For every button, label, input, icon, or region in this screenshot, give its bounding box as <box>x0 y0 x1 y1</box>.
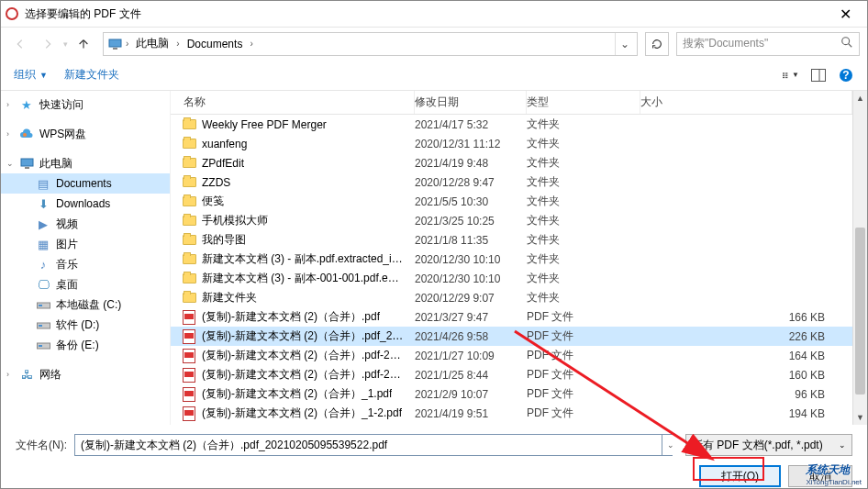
sidebar-item-network[interactable]: ›🖧网络 <box>1 364 170 384</box>
file-list[interactable]: Weekly Free PDF Merger2021/4/17 5:32文件夹x… <box>171 115 867 425</box>
file-row[interactable]: 我的导图2021/1/8 11:35文件夹 <box>171 230 867 250</box>
downloads-icon: ⬇ <box>36 196 50 211</box>
dropdown-icon[interactable]: ▼ <box>39 71 48 80</box>
file-date: 2021/2/9 10:07 <box>415 388 527 401</box>
file-type: 文件夹 <box>527 155 640 171</box>
file-row[interactable]: ZPdfEdit2021/4/19 9:48文件夹 <box>171 153 867 172</box>
watermark: 系统天地 XiTongTianDi.net <box>806 462 862 486</box>
file-row[interactable]: xuanfeng2020/12/31 11:12文件夹 <box>171 134 867 153</box>
file-filter-select[interactable]: 所有 PDF 文档(*.pdf, *.pdt)⌄ <box>685 434 852 456</box>
nav-up-button[interactable] <box>72 32 95 56</box>
sidebar-item-videos[interactable]: ▶视频 <box>1 214 170 234</box>
sidebar-item-music[interactable]: ♪音乐 <box>1 254 170 274</box>
search-input[interactable]: 搜索"Documents" <box>676 32 860 56</box>
file-date: 2021/3/27 9:47 <box>415 311 527 324</box>
sidebar-item-localc[interactable]: 本地磁盘 (C:) <box>1 295 170 315</box>
svg-rect-11 <box>812 69 826 81</box>
breadcrumb-folder[interactable]: Documents <box>184 38 247 50</box>
scroll-down-button[interactable]: ▼ <box>853 410 867 425</box>
scroll-thumb[interactable] <box>855 228 865 395</box>
svg-rect-8 <box>785 72 787 73</box>
organize-menu[interactable]: 组织 <box>14 67 36 83</box>
file-row[interactable]: 新建文本文档 (3) - 副本-001-001.pdf.e…2020/12/30… <box>171 269 867 288</box>
sidebar-item-backupe[interactable]: 备份 (E:) <box>1 335 170 355</box>
svg-rect-23 <box>39 345 42 347</box>
folder-icon <box>182 291 196 306</box>
column-type[interactable]: 类型 <box>527 91 640 114</box>
sidebar-item-pictures[interactable]: ▦图片 <box>1 234 170 254</box>
sidebar-item-quick[interactable]: ›★快速访问 <box>1 94 170 115</box>
open-button[interactable]: 打开(O) <box>699 465 781 487</box>
breadcrumb-dropdown[interactable]: ⌄ <box>615 33 633 55</box>
preview-pane-button[interactable] <box>810 67 827 83</box>
svg-rect-6 <box>783 74 785 75</box>
file-row[interactable]: (复制)-新建文本文档 (2)（合并）.pdf-2…2021/1/27 10:0… <box>171 346 867 365</box>
file-name: 我的导图 <box>202 232 246 248</box>
scrollbar-vertical[interactable]: ▲ ▼ <box>852 91 867 425</box>
scroll-up-button[interactable]: ▲ <box>853 91 867 106</box>
file-type: 文件夹 <box>527 271 640 286</box>
file-row[interactable]: 新建文本文档 (3) - 副本.pdf.extracted_i…2020/12/… <box>171 250 867 269</box>
folder-icon <box>182 117 196 132</box>
file-type: PDF 文件 <box>527 406 640 421</box>
drive-icon <box>36 317 50 332</box>
cloud-icon <box>19 127 34 141</box>
view-options-button[interactable]: ▼ <box>783 67 799 83</box>
file-row[interactable]: (复制)-新建文本文档 (2)（合并）.pdf-2…2021/1/25 8:44… <box>171 365 867 384</box>
file-date: 2021/4/17 5:32 <box>415 118 527 131</box>
column-size[interactable]: 大小 <box>640 91 852 114</box>
file-row[interactable]: (复制)-新建文本文档 (2)（合并）_1-2.pdf2021/4/19 9:5… <box>171 404 867 423</box>
file-name: 新建文件夹 <box>202 290 257 306</box>
breadcrumb-thispc[interactable]: 此电脑 <box>132 36 172 51</box>
file-row[interactable]: 手机模拟大师2021/3/25 10:25文件夹 <box>171 211 867 230</box>
sidebar-item-thispc[interactable]: ⌄此电脑 <box>1 153 170 173</box>
sidebar-item-downloads[interactable]: ⬇Downloads <box>1 194 170 214</box>
refresh-button[interactable] <box>645 32 669 56</box>
window-title: 选择要编辑的 PDF 文件 <box>25 6 827 22</box>
file-date: 2021/5/5 10:30 <box>415 195 527 208</box>
search-icon[interactable] <box>840 36 853 51</box>
sidebar-item-desktop[interactable]: 🖵桌面 <box>1 274 170 295</box>
file-row[interactable]: 便笺2021/5/5 10:30文件夹 <box>171 192 867 211</box>
file-row[interactable]: (复制)-新建文本文档 (2)（合并）.pdf_2…2021/4/26 9:58… <box>171 327 867 346</box>
search-placeholder: 搜索"Documents" <box>683 36 768 51</box>
nav-forward-button[interactable] <box>36 32 60 56</box>
pdf-icon <box>182 349 196 363</box>
sidebar-item-wps[interactable]: ›WPS网盘 <box>1 124 170 144</box>
close-button[interactable]: ✕ <box>827 1 863 27</box>
filename-input[interactable] <box>74 434 673 456</box>
app-icon <box>5 6 19 21</box>
file-name: 新建文本文档 (3) - 副本-001-001.pdf.e… <box>202 271 399 286</box>
file-type: PDF 文件 <box>527 367 640 383</box>
breadcrumb[interactable]: › 此电脑 › Documents › ⌄ <box>103 32 638 56</box>
file-row[interactable]: 新建文件夹2020/12/29 9:07文件夹 <box>171 288 867 307</box>
file-row[interactable]: Weekly Free PDF Merger2021/4/17 5:32文件夹 <box>171 115 867 134</box>
sidebar-item-softd[interactable]: 软件 (D:) <box>1 315 170 335</box>
file-row[interactable]: ZZDS2020/12/28 9:47文件夹 <box>171 172 867 192</box>
help-button[interactable]: ? <box>838 67 854 83</box>
file-date: 2021/4/19 9:51 <box>415 407 527 420</box>
file-date: 2021/4/19 9:48 <box>415 157 527 170</box>
file-name: 便笺 <box>202 194 224 209</box>
column-date[interactable]: 修改日期 <box>415 91 527 114</box>
svg-rect-17 <box>25 167 29 169</box>
file-row[interactable]: (复制)-新建文本文档 (2)（合并）_1.pdf2021/2/9 10:07P… <box>171 384 867 404</box>
drive-icon <box>36 338 50 352</box>
file-name: (复制)-新建文本文档 (2)（合并）_1.pdf <box>202 386 392 402</box>
file-date: 2020/12/31 11:12 <box>415 138 527 150</box>
nav-back-button[interactable] <box>8 32 32 56</box>
new-folder-button[interactable]: 新建文件夹 <box>64 67 119 83</box>
nav-history-dropdown[interactable]: ▾ <box>63 39 68 49</box>
file-date: 2021/1/25 8:44 <box>415 369 527 382</box>
file-type: PDF 文件 <box>527 386 640 402</box>
column-name[interactable]: 名称 <box>171 91 415 114</box>
file-row[interactable]: (复制)-新建文本文档 (2)（合并）.pdf2021/3/27 9:47PDF… <box>171 307 867 327</box>
file-type: 文件夹 <box>527 136 640 151</box>
folder-icon <box>182 233 196 248</box>
svg-rect-19 <box>39 305 42 306</box>
file-type: 文件夹 <box>527 290 640 306</box>
filename-dropdown[interactable]: ⌄ <box>662 435 678 455</box>
file-size: 226 KB <box>640 330 852 343</box>
sidebar-item-documents[interactable]: ▤Documents <box>1 173 170 194</box>
column-headers: 名称 修改日期 类型 大小 <box>171 91 867 115</box>
